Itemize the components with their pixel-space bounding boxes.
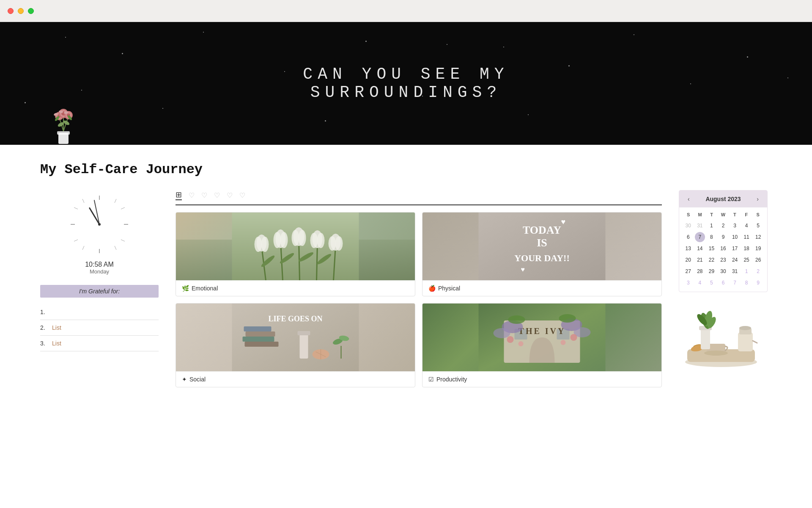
svg-point-91 — [559, 314, 576, 323]
cal-day-5[interactable]: 5 — [753, 221, 763, 231]
cal-day-5-sep[interactable]: 5 — [706, 278, 716, 288]
svg-line-27 — [74, 207, 78, 209]
cal-day-9-sep[interactable]: 9 — [753, 278, 763, 288]
heart-view-1[interactable]: ♡ — [189, 191, 195, 199]
calendar-next-button[interactable]: › — [754, 195, 761, 203]
heart-view-2[interactable]: ♡ — [201, 191, 207, 199]
cal-day-1-sep[interactable]: 1 — [741, 266, 752, 276]
svg-point-35 — [98, 223, 101, 226]
cal-day-7-sep[interactable]: 7 — [730, 278, 740, 288]
dow-f: F — [741, 211, 752, 218]
svg-point-104 — [704, 351, 728, 356]
grateful-text-3: List — [52, 340, 61, 347]
grateful-item-3: 3. List — [40, 336, 159, 351]
cal-day-11[interactable]: 11 — [741, 232, 752, 242]
svg-rect-69 — [243, 337, 274, 342]
card-physical[interactable]: ♥ TODAY IS YOUR DAY!! ♥ 🍎 Physic — [422, 212, 662, 296]
minimize-button[interactable] — [18, 8, 24, 14]
cal-day-6[interactable]: 6 — [683, 232, 693, 242]
cal-day-28[interactable]: 28 — [695, 266, 705, 276]
clock-time: 10:58 AM — [85, 261, 114, 268]
svg-line-101 — [753, 341, 757, 343]
cal-day-10[interactable]: 10 — [730, 232, 740, 242]
dow-t2: T — [729, 211, 741, 218]
cal-day-23[interactable]: 23 — [718, 255, 728, 265]
card-social[interactable]: LIFE GOES ON ✦ Social — [176, 303, 415, 387]
cal-day-2-sep[interactable]: 2 — [753, 266, 763, 276]
svg-line-40 — [317, 243, 318, 280]
cal-day-31-jul[interactable]: 31 — [695, 221, 705, 231]
cal-day-12[interactable]: 12 — [753, 232, 763, 242]
page-title: My Self-Care Journey — [40, 162, 772, 177]
cal-day-29[interactable]: 29 — [706, 266, 716, 276]
close-button[interactable] — [8, 8, 14, 14]
svg-rect-71 — [244, 326, 272, 331]
dow-m: M — [694, 211, 705, 218]
svg-text:♥: ♥ — [521, 266, 525, 273]
cal-day-6-sep[interactable]: 6 — [718, 278, 728, 288]
cal-day-24[interactable]: 24 — [730, 255, 740, 265]
calendar-prev-button[interactable]: ‹ — [685, 195, 692, 203]
cal-day-27[interactable]: 27 — [683, 266, 693, 276]
cal-day-2[interactable]: 2 — [718, 221, 728, 231]
heart-view-5[interactable]: ♡ — [239, 191, 245, 199]
svg-point-92 — [507, 336, 514, 343]
titlebar — [0, 0, 812, 22]
cal-day-16[interactable]: 16 — [718, 243, 728, 254]
cal-day-30[interactable]: 30 — [718, 266, 728, 276]
heart-view-4[interactable]: ♡ — [227, 191, 233, 199]
social-icon: ✦ — [182, 376, 187, 383]
grateful-section: I'm Grateful for: 1. 2. List 3. List — [40, 285, 159, 351]
cal-day-18[interactable]: 18 — [741, 243, 752, 254]
cal-day-15[interactable]: 15 — [706, 243, 716, 254]
clock-day: Monday — [90, 268, 109, 275]
maximize-button[interactable] — [28, 8, 34, 14]
clock-widget: 10:58 AM Monday — [47, 190, 152, 275]
cal-day-17[interactable]: 17 — [730, 243, 740, 254]
calendar-grid: S M T W T F S 30 31 1 — [679, 207, 767, 292]
cal-day-21[interactable]: 21 — [695, 255, 705, 265]
dow-w: W — [717, 211, 729, 218]
cal-day-25[interactable]: 25 — [741, 255, 752, 265]
cal-day-3-sep[interactable]: 3 — [683, 278, 693, 288]
banner: CAN YOU SEE MY SURROUNDINGS? — [0, 22, 812, 145]
cal-day-3[interactable]: 3 — [730, 221, 740, 231]
svg-line-25 — [82, 199, 84, 203]
svg-point-87 — [494, 328, 510, 338]
svg-point-49 — [292, 230, 299, 246]
flower-decoration — [47, 98, 80, 145]
cal-day-1[interactable]: 1 — [706, 221, 716, 231]
card-label-emotional: 🌿 Emotional — [176, 280, 415, 296]
center-column: ⊞ ♡ ♡ ♡ ♡ ♡ — [176, 190, 662, 387]
cal-day-26[interactable]: 26 — [753, 255, 763, 265]
cal-day-14[interactable]: 14 — [695, 243, 705, 254]
cards-grid: 🌿 Emotional — [176, 212, 662, 387]
svg-text:TODAY: TODAY — [523, 224, 561, 236]
grid-view-button[interactable]: ⊞ — [176, 190, 182, 200]
grateful-num-2: 2. — [40, 324, 49, 331]
heart-view-3[interactable]: ♡ — [214, 191, 220, 199]
grateful-num-3: 3. — [40, 340, 49, 347]
card-label-productivity: ☑ Productivity — [422, 371, 661, 387]
cal-day-22[interactable]: 22 — [706, 255, 716, 265]
cal-day-8[interactable]: 8 — [706, 232, 716, 242]
cal-day-31[interactable]: 31 — [730, 266, 740, 276]
svg-text:YOUR DAY!!: YOUR DAY!! — [514, 253, 570, 263]
cal-day-4-sep[interactable]: 4 — [695, 278, 705, 288]
cal-day-19[interactable]: 19 — [753, 243, 763, 254]
svg-line-28 — [121, 207, 125, 209]
svg-point-94 — [518, 341, 524, 346]
svg-point-100 — [739, 326, 751, 330]
card-productivity[interactable]: THE IVY — [422, 303, 662, 387]
cal-day-9[interactable]: 9 — [718, 232, 728, 242]
card-image-productivity: THE IVY — [422, 304, 661, 371]
calendar-month: August 2023 — [705, 196, 741, 202]
cal-day-7-today[interactable]: 7 — [695, 232, 705, 242]
cal-day-20[interactable]: 20 — [683, 255, 693, 265]
svg-text:THE IVY: THE IVY — [518, 326, 566, 336]
card-emotional[interactable]: 🌿 Emotional — [176, 212, 415, 296]
cal-day-30-jul[interactable]: 30 — [683, 221, 693, 231]
cal-day-4[interactable]: 4 — [741, 221, 752, 231]
cal-day-13[interactable]: 13 — [683, 243, 693, 254]
cal-day-8-sep[interactable]: 8 — [741, 278, 752, 288]
